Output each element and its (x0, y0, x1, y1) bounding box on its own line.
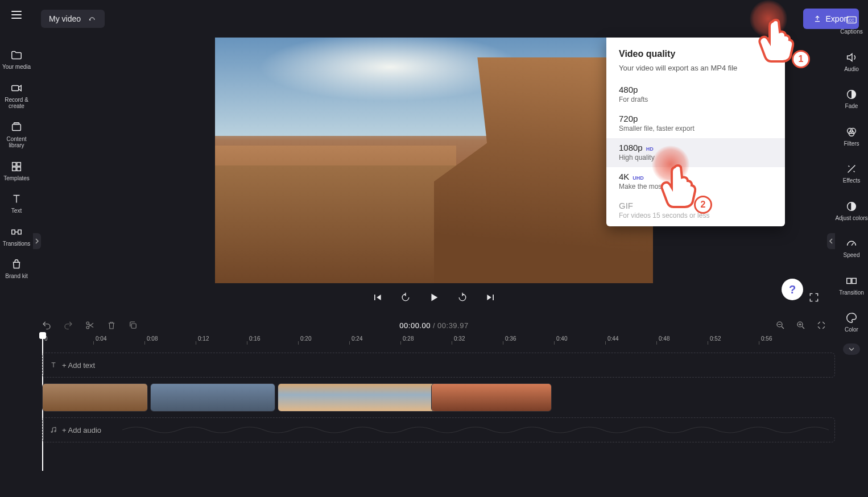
redo-button[interactable] (63, 320, 74, 331)
folder-icon (10, 49, 23, 61)
video-track-lane (42, 383, 835, 412)
svg-rect-17 (852, 278, 856, 283)
svg-rect-2 (14, 122, 19, 124)
menu-button[interactable] (5, 3, 28, 26)
ruler-tick: 0:04 (93, 336, 144, 348)
zoom-fit-button[interactable] (816, 320, 827, 331)
sidebar-label: Text (11, 208, 22, 214)
zoom-out-button[interactable] (775, 320, 786, 331)
ruler-tick: 0 (42, 336, 93, 348)
sync-icon (88, 14, 97, 23)
skip-start-button[interactable] (370, 290, 385, 305)
video-clip[interactable] (150, 383, 275, 412)
text-track-lane[interactable]: + Add text (42, 353, 835, 378)
video-preview[interactable] (215, 38, 653, 283)
text-icon (10, 193, 23, 205)
gauge-icon (845, 237, 858, 250)
svg-rect-0 (12, 85, 19, 90)
transition2-icon (845, 275, 858, 287)
right-label: Adjust colors (835, 215, 867, 222)
palette-icon (845, 312, 858, 324)
right-item-captions[interactable]: CC Captions (835, 7, 868, 42)
sidebar-item-brand-kit[interactable]: Brand kit (0, 252, 33, 285)
bag-icon (10, 258, 23, 271)
right-label: Captions (840, 28, 862, 35)
project-title[interactable]: My video (41, 10, 105, 28)
project-title-text: My video (49, 14, 81, 23)
export-option-1080p[interactable]: 1080pHD High quality (606, 138, 785, 167)
right-item-color[interactable]: Color (835, 305, 868, 340)
rewind-button[interactable] (398, 290, 413, 305)
sidebar-label: Transitions (3, 241, 31, 247)
contrast-icon (845, 200, 858, 213)
top-bar: My video Export (33, 0, 868, 38)
ruler-tick: 0:24 (349, 336, 400, 348)
video-clip[interactable] (431, 383, 552, 412)
sidebar-item-content-library[interactable]: Content library (0, 115, 33, 155)
video-clip[interactable] (42, 383, 148, 412)
audio-waveform (122, 423, 829, 437)
sidebar-item-text[interactable]: Text (0, 187, 33, 220)
audio-track-lane[interactable]: + Add audio (42, 417, 835, 442)
ruler-tick: 0:32 (452, 336, 503, 348)
sidebar-item-record[interactable]: Record & create (0, 76, 33, 115)
svg-point-23 (51, 431, 52, 432)
forward-button[interactable] (455, 290, 470, 305)
right-label: Fade (845, 103, 858, 110)
timeline-ruler[interactable]: 00:040:080:120:160:200:240:280:320:360:4… (42, 336, 835, 348)
right-item-filters[interactable]: Filters (835, 119, 868, 154)
svg-rect-3 (13, 162, 16, 165)
timeline-toolbar: 00:00.00/00:39.97 (33, 315, 835, 336)
sidebar-label: Templates (3, 175, 30, 182)
timeline-tracks: + Add text + Add audio (42, 353, 835, 448)
duplicate-button[interactable] (127, 320, 139, 331)
fade-icon (845, 88, 858, 101)
sidebar-label: Content library (0, 136, 33, 149)
right-rail-collapse-button[interactable] (843, 343, 860, 355)
library-icon (10, 121, 23, 134)
help-button[interactable]: ? (782, 279, 803, 300)
right-label: Audio (844, 66, 859, 73)
sidebar-item-transitions[interactable]: Transitions (0, 220, 33, 253)
cc-icon: CC (845, 14, 858, 26)
right-item-fade[interactable]: Fade (835, 81, 868, 117)
undo-button[interactable] (41, 320, 52, 331)
skip-end-button[interactable] (483, 290, 498, 305)
transport-controls (33, 290, 835, 305)
export-option-4k[interactable]: 4KUHD Make the most of (606, 167, 785, 196)
svg-text:CC: CC (849, 18, 854, 22)
grid-icon (10, 160, 23, 173)
ruler-tick: 0:20 (298, 336, 349, 348)
export-option-480p[interactable]: 480p For drafts (606, 80, 785, 109)
upload-icon (813, 15, 821, 23)
right-item-transition[interactable]: Transition (835, 268, 868, 303)
zoom-in-button[interactable] (795, 320, 807, 331)
right-item-speed[interactable]: Speed (835, 230, 868, 266)
transition-icon (10, 226, 23, 238)
svg-rect-20 (131, 324, 136, 328)
right-label: Speed (844, 252, 860, 259)
play-button[interactable] (427, 290, 441, 305)
export-option-720p[interactable]: 720p Smaller file, faster export (606, 109, 785, 138)
export-panel-title: Video quality (606, 49, 785, 64)
ruler-tick: 0:36 (503, 336, 554, 348)
export-option-gif[interactable]: GIF For videos 15 seconds or less (606, 196, 785, 225)
right-item-effects[interactable]: Effects (835, 156, 868, 191)
export-quality-panel: Video quality Your video will export as … (606, 38, 785, 226)
right-item-adjust-colors[interactable]: Adjust colors (835, 193, 868, 229)
right-label: Effects (843, 177, 860, 184)
right-sidebar: CC Captions Audio Fade Filters Effects A… (835, 2, 868, 355)
split-button[interactable] (84, 320, 96, 331)
delete-button[interactable] (106, 320, 117, 331)
timecode: 00:00.00/00:39.97 (399, 321, 468, 330)
fullscreen-button[interactable] (807, 290, 821, 305)
ruler-tick: 0:44 (605, 336, 656, 348)
sidebar-item-templates[interactable]: Templates (0, 155, 33, 188)
sidebar-item-your-media[interactable]: Your media (0, 43, 33, 76)
text-icon (49, 361, 57, 369)
ruler-tick: 0:08 (144, 336, 196, 348)
export-panel-subtitle: Your video will export as an MP4 file (606, 64, 785, 80)
svg-rect-5 (13, 167, 16, 170)
total-time: 00:39.97 (437, 321, 469, 330)
right-item-audio[interactable]: Audio (835, 44, 868, 80)
